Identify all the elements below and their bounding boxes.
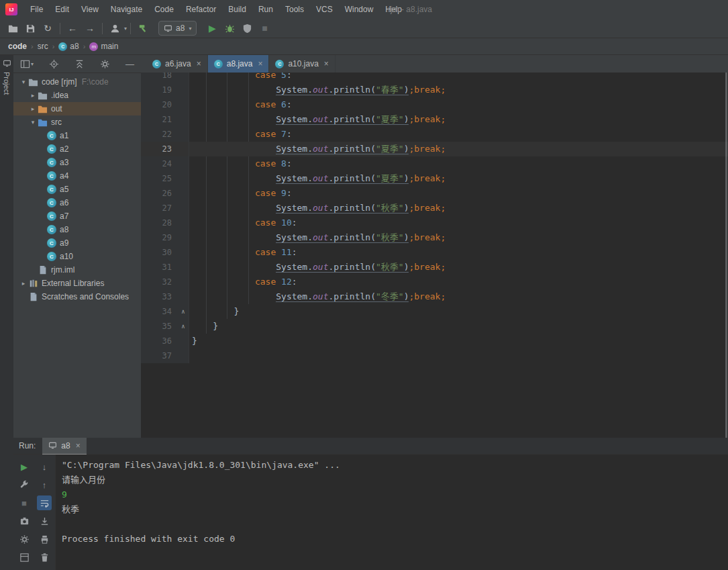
- project-item-a6[interactable]: Ca6: [13, 196, 141, 209]
- project-item-a5[interactable]: Ca5: [13, 183, 141, 196]
- menu-window[interactable]: Window: [339, 0, 380, 19]
- project-item-a3[interactable]: Ca3: [13, 156, 141, 169]
- code-line-28[interactable]: 28 case 10:: [141, 216, 728, 230]
- breadcrumb-main[interactable]: mmain: [88, 42, 119, 51]
- breadcrumb-code[interactable]: code: [7, 42, 28, 51]
- menu-edit[interactable]: Edit: [49, 0, 75, 19]
- code-line-33[interactable]: 33 System.out.println("冬季");break;: [141, 289, 728, 304]
- code-line-31[interactable]: 31 System.out.println("秋季");break;: [141, 260, 728, 275]
- code-line-30[interactable]: 30 case 11:: [141, 245, 728, 260]
- code-line-37[interactable]: 37: [141, 348, 728, 363]
- project-item-a2[interactable]: Ca2: [13, 142, 141, 156]
- project-item-src[interactable]: ▾src: [13, 115, 141, 129]
- project-item-a9[interactable]: Ca9: [13, 236, 141, 250]
- close-icon[interactable]: ×: [258, 59, 262, 68]
- project-item-a10[interactable]: Ca10: [13, 250, 141, 263]
- tree-chevron-icon[interactable]: ▾: [28, 119, 38, 126]
- save-icon[interactable]: [21, 21, 39, 36]
- project-item-a4[interactable]: Ca4: [13, 169, 141, 183]
- breadcrumb-a8[interactable]: Ca8: [57, 42, 80, 51]
- code-line-25[interactable]: 25 System.out.println("夏季");break;: [141, 171, 728, 186]
- run-config-select[interactable]: a8▾: [158, 21, 197, 36]
- menu-refactor[interactable]: Refactor: [180, 0, 222, 19]
- project-item-scratches-and-consoles[interactable]: Scratches and Consoles: [13, 290, 141, 303]
- menu-build[interactable]: Build: [222, 0, 252, 19]
- tree-chevron-icon[interactable]: ▾: [19, 79, 28, 85]
- run-tab-a8[interactable]: a8 ×: [42, 438, 86, 455]
- run-button[interactable]: ▶: [203, 21, 221, 36]
- tree-chevron-icon[interactable]: ▸: [19, 280, 28, 287]
- locate-file-icon[interactable]: [49, 59, 59, 69]
- breadcrumb-src[interactable]: src: [36, 42, 50, 51]
- stop-button[interactable]: ■: [17, 495, 32, 510]
- scroll-to-end-icon[interactable]: [37, 514, 52, 528]
- rerun-button[interactable]: ▶: [17, 459, 32, 474]
- code-line-36[interactable]: 36}: [141, 334, 728, 348]
- code-line-24[interactable]: 24 case 8:: [141, 156, 728, 171]
- project-item-a7[interactable]: Ca7: [13, 209, 141, 223]
- project-item-idea[interactable]: ▸.idea: [13, 89, 141, 102]
- tree-chevron-icon[interactable]: ▸: [28, 92, 38, 99]
- menu-run[interactable]: Run: [252, 0, 279, 19]
- soft-wrap-icon[interactable]: [37, 495, 52, 510]
- project-item-out[interactable]: ▸out: [13, 102, 141, 115]
- code-line-35[interactable]: 35∧ }: [141, 319, 728, 334]
- close-icon[interactable]: ×: [76, 441, 81, 450]
- menu-vcs[interactable]: VCS: [310, 0, 339, 19]
- project-strip-tab[interactable]: Project: [3, 72, 11, 95]
- close-icon[interactable]: ×: [197, 59, 201, 68]
- coverage-button[interactable]: [238, 21, 256, 36]
- open-icon[interactable]: [4, 21, 21, 36]
- edit-configuration-icon[interactable]: [17, 477, 32, 492]
- close-icon[interactable]: ×: [324, 59, 329, 68]
- code-line-27[interactable]: 27 System.out.println("秋季");break;: [141, 201, 728, 216]
- tab-a8-java[interactable]: Ca8.java×: [208, 55, 270, 73]
- back-icon[interactable]: ←: [64, 21, 81, 36]
- forward-icon[interactable]: →: [81, 21, 99, 36]
- sync-icon[interactable]: ↻: [39, 21, 56, 36]
- scroll-down-icon[interactable]: ↓: [37, 459, 52, 474]
- menu-navigate[interactable]: Navigate: [105, 0, 148, 19]
- code-line-26[interactable]: 26 case 9:: [141, 186, 728, 201]
- dump-threads-icon[interactable]: [17, 514, 32, 528]
- collapse-all-icon[interactable]: [74, 59, 85, 69]
- code-line-18[interactable]: 18 case 5:: [141, 73, 728, 83]
- console-settings-icon[interactable]: [17, 532, 32, 547]
- settings-icon[interactable]: [100, 59, 110, 69]
- project-item-a8[interactable]: Ca8: [13, 223, 141, 236]
- tree-chevron-icon[interactable]: ▸: [28, 105, 38, 112]
- code-line-34[interactable]: 34∧ }: [141, 304, 728, 319]
- code-line-22[interactable]: 22 case 7:: [141, 127, 728, 142]
- debug-button[interactable]: [221, 21, 238, 36]
- project-tool-window-icon[interactable]: [3, 59, 11, 68]
- project-item-rjm-iml[interactable]: rjm.iml: [13, 263, 141, 277]
- menu-file[interactable]: File: [24, 0, 49, 19]
- project-item-code-rjm[interactable]: ▾code [rjm]F:\code: [13, 75, 141, 89]
- fold-marker-icon[interactable]: ∧: [178, 304, 189, 319]
- tab-a10-java[interactable]: Ca10.java×: [269, 55, 335, 73]
- fold-marker-icon[interactable]: ∧: [178, 319, 189, 334]
- clear-all-icon[interactable]: [37, 550, 52, 565]
- code-line-20[interactable]: 20 case 6:: [141, 97, 728, 112]
- code-line-29[interactable]: 29 System.out.println("秋季");break;: [141, 230, 728, 245]
- code-token: [192, 262, 276, 272]
- code-line-21[interactable]: 21 System.out.println("夏季");break;: [141, 112, 728, 127]
- restore-layout-icon[interactable]: [17, 550, 32, 565]
- stop-button[interactable]: ■: [256, 21, 273, 36]
- menu-code[interactable]: Code: [148, 0, 180, 19]
- hide-panel-icon[interactable]: —: [125, 59, 134, 69]
- scroll-up-icon[interactable]: ↑: [37, 477, 52, 492]
- user-profile-icon[interactable]: [106, 21, 123, 36]
- print-icon[interactable]: [37, 532, 52, 547]
- project-item-external-libraries[interactable]: ▸External Libraries: [13, 277, 141, 290]
- menu-tools[interactable]: Tools: [279, 0, 310, 19]
- code-line-23[interactable]: 23 System.out.println("夏季");break;: [141, 142, 728, 156]
- build-icon[interactable]: [134, 21, 152, 36]
- tab-a6-java[interactable]: Ca6.java×: [146, 55, 208, 73]
- project-item-a1[interactable]: Ca1: [13, 129, 141, 142]
- editor-scrollbar[interactable]: [725, 73, 727, 438]
- code-line-19[interactable]: 19 System.out.println("春季");break;: [141, 83, 728, 97]
- code-line-32[interactable]: 32 case 12:: [141, 275, 728, 289]
- menu-view[interactable]: View: [75, 0, 105, 19]
- view-options-icon[interactable]: [20, 59, 30, 69]
